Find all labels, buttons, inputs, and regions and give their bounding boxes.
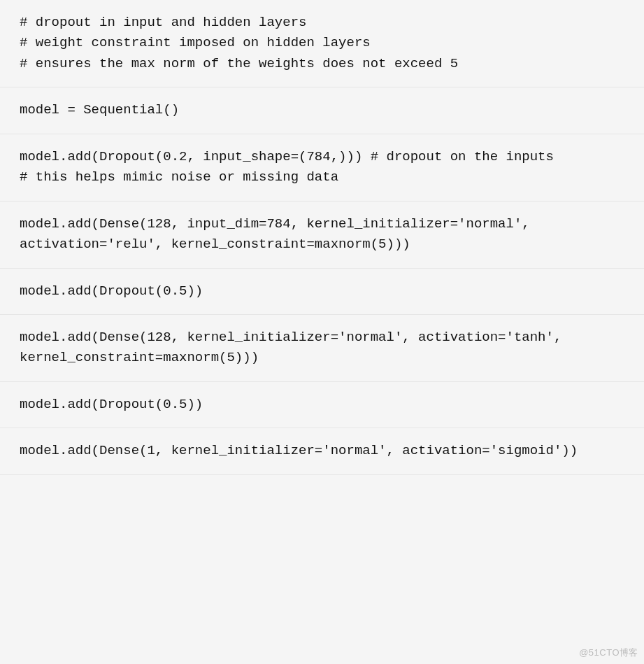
code-cell: model.add(Dropout(0.2, input_shape=(784,… [0,134,644,202]
code-cell: model.add(Dense(128, kernel_initializer=… [0,315,644,382]
code-cell: model.add(Dropout(0.5)) [0,382,644,428]
code-cell: model.add(Dropout(0.5)) [0,269,644,315]
code-cell: # dropout in input and hidden layers # w… [0,0,644,87]
code-cell: model = Sequential() [0,87,644,134]
code-cell: model.add(Dense(128, input_dim=784, kern… [0,202,644,269]
code-cell: model.add(Dense(1, kernel_initializer='n… [0,428,644,474]
